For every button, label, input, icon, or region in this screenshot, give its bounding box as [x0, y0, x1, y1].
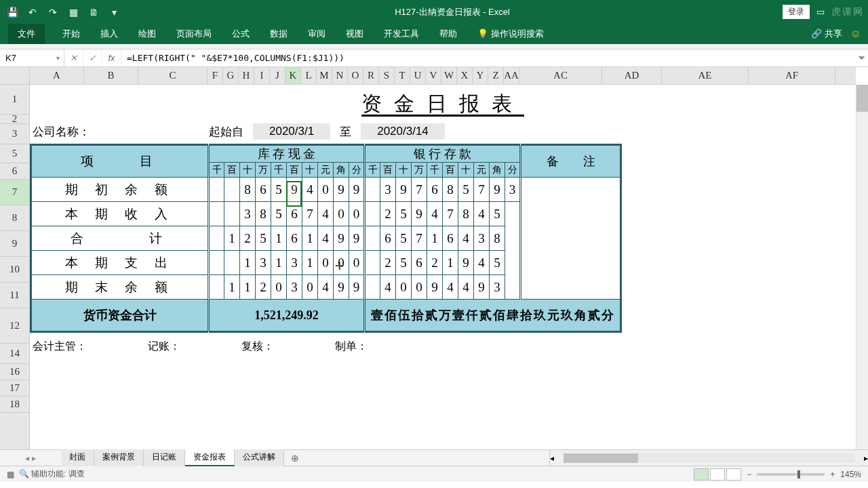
- tab-nav[interactable]: ◂ ▸: [0, 453, 61, 463]
- sheet-tab-资金报表[interactable]: 资金报表: [185, 449, 235, 466]
- tab-developer[interactable]: 开发工具: [381, 25, 422, 43]
- tab-help[interactable]: 帮助: [437, 25, 460, 43]
- ribbon-display-icon[interactable]: ▭: [816, 7, 825, 17]
- cancel-icon[interactable]: ✕: [64, 49, 83, 66]
- vertical-scrollbar[interactable]: [856, 85, 868, 449]
- sign-row: 会计主管： 记账： 复核： 制单：: [30, 333, 856, 361]
- row-header-8[interactable]: 8: [0, 205, 29, 231]
- tab-layout[interactable]: 页面布局: [174, 25, 214, 43]
- row-header-18[interactable]: 18: [0, 396, 29, 413]
- quick-access-toolbar: 💾 ↶ ↷ ▦ 🗎 ▾: [4, 5, 122, 20]
- row-header-9[interactable]: 9: [0, 231, 29, 257]
- horizontal-scrollbar[interactable]: ◂▸: [549, 450, 868, 466]
- tab-home[interactable]: 开始: [60, 25, 83, 43]
- col-header-L[interactable]: L: [301, 67, 317, 84]
- col-header-AE[interactable]: AE: [662, 67, 749, 84]
- tab-file[interactable]: 文件: [8, 24, 45, 44]
- col-header-H[interactable]: H: [239, 67, 254, 84]
- sign-supervisor: 会计主管：: [33, 340, 87, 354]
- feedback-icon[interactable]: ☺: [850, 28, 861, 40]
- select-all-corner[interactable]: [0, 67, 30, 85]
- sheet-tab-封面[interactable]: 封面: [61, 449, 94, 466]
- col-header-S[interactable]: S: [379, 67, 395, 84]
- row-header-10[interactable]: 10: [0, 257, 29, 283]
- col-header-N[interactable]: N: [332, 67, 348, 84]
- col-header-U[interactable]: U: [410, 67, 426, 84]
- col-header-G[interactable]: G: [223, 67, 239, 84]
- col-header-AA[interactable]: AA: [504, 67, 519, 84]
- sheet-tab-公式讲解[interactable]: 公式讲解: [235, 449, 284, 466]
- col-header-F[interactable]: F: [208, 67, 223, 84]
- tab-data[interactable]: 数据: [267, 25, 290, 43]
- tab-formulas[interactable]: 公式: [229, 25, 252, 43]
- save-icon[interactable]: 💾: [4, 5, 20, 20]
- col-header-O[interactable]: O: [348, 67, 363, 84]
- name-box[interactable]: K7: [0, 49, 64, 66]
- tab-draw[interactable]: 绘图: [136, 25, 159, 43]
- tell-me[interactable]: 💡 操作说明搜索: [475, 25, 547, 43]
- col-header-V[interactable]: V: [426, 67, 441, 84]
- accessibility-status[interactable]: 🔍 辅助功能: 调查: [19, 468, 85, 480]
- share-button[interactable]: 🔗 共享: [811, 28, 842, 40]
- col-header-I[interactable]: I: [254, 67, 270, 84]
- row-header-11[interactable]: 11: [0, 283, 29, 308]
- normal-view-icon[interactable]: [694, 468, 709, 481]
- tab-review[interactable]: 审阅: [305, 25, 328, 43]
- spreadsheet-grid[interactable]: ABCFGHIJKLMNORSTUVWXYZAAACADAEAF 1235678…: [0, 67, 868, 449]
- sheet-tab-案例背景[interactable]: 案例背景: [94, 449, 144, 466]
- add-sheet-icon[interactable]: ⊕: [284, 453, 306, 464]
- qat-more-icon[interactable]: ▾: [106, 5, 122, 20]
- new-icon[interactable]: 🗎: [85, 5, 102, 20]
- grid-body[interactable]: 资金日报表 公司名称： 起始自 2020/3/1 至 2020/3/14 项 目…: [30, 85, 856, 449]
- watermark: 虎课网: [831, 6, 864, 18]
- col-header-X[interactable]: X: [457, 67, 473, 84]
- zoom-level[interactable]: 145%: [840, 470, 861, 479]
- col-header-C[interactable]: C: [138, 67, 208, 84]
- col-header-K[interactable]: K: [285, 67, 301, 84]
- col-header-AF[interactable]: AF: [749, 67, 835, 84]
- tab-insert[interactable]: 插入: [98, 25, 121, 43]
- record-icon[interactable]: ▦: [7, 470, 14, 479]
- zoom-slider[interactable]: [757, 473, 825, 476]
- end-date[interactable]: 2020/3/14: [361, 123, 445, 140]
- enter-icon[interactable]: ✓: [83, 49, 102, 66]
- row-header-1[interactable]: 1: [0, 85, 29, 115]
- row-header-7[interactable]: 7: [0, 180, 29, 205]
- zoom-out-icon[interactable]: −: [747, 470, 751, 479]
- view-buttons[interactable]: [694, 468, 741, 481]
- row-header-17[interactable]: 17: [0, 380, 29, 396]
- col-header-AC[interactable]: AC: [519, 67, 602, 84]
- col-header-B[interactable]: B: [84, 67, 138, 84]
- col-header-Y[interactable]: Y: [473, 67, 488, 84]
- start-date[interactable]: 2020/3/1: [253, 123, 330, 140]
- column-headers[interactable]: ABCFGHIJKLMNORSTUVWXYZAAACADAEAF: [30, 67, 856, 85]
- page-layout-icon[interactable]: [710, 468, 725, 481]
- row-header-14[interactable]: 14: [0, 344, 29, 364]
- row-header-6[interactable]: 6: [0, 163, 29, 180]
- tab-view[interactable]: 视图: [343, 25, 366, 43]
- col-header-M[interactable]: M: [317, 67, 332, 84]
- login-button[interactable]: 登录: [783, 5, 810, 19]
- col-header-W[interactable]: W: [441, 67, 457, 84]
- page-break-icon[interactable]: [726, 468, 741, 481]
- row-header-5[interactable]: 5: [0, 144, 29, 163]
- fx-icon[interactable]: fx: [102, 49, 121, 66]
- col-header-T[interactable]: T: [395, 67, 410, 84]
- row-header-2[interactable]: 2: [0, 115, 29, 124]
- sheet-tab-日记账[interactable]: 日记账: [144, 449, 185, 466]
- row-header-16[interactable]: 16: [0, 364, 29, 380]
- col-header-AD[interactable]: AD: [602, 67, 662, 84]
- col-header-R[interactable]: R: [363, 67, 379, 84]
- formula-input[interactable]: =LEFT(RIGHT(" "&$E7*100,COLUMNS(F1:$J1))…: [121, 53, 854, 63]
- expand-formula-icon[interactable]: ⏷: [854, 53, 868, 63]
- row-header-3[interactable]: 3: [0, 124, 29, 144]
- redo-icon[interactable]: ↷: [45, 5, 61, 20]
- row-headers[interactable]: 1235678910111214161718: [0, 85, 30, 449]
- row-header-12[interactable]: 12: [0, 308, 29, 344]
- zoom-in-icon[interactable]: +: [830, 470, 835, 479]
- doc-icon[interactable]: ▦: [65, 5, 81, 20]
- col-header-A[interactable]: A: [30, 67, 84, 84]
- undo-icon[interactable]: ↶: [24, 5, 41, 20]
- col-header-Z[interactable]: Z: [488, 67, 504, 84]
- col-header-J[interactable]: J: [270, 67, 285, 84]
